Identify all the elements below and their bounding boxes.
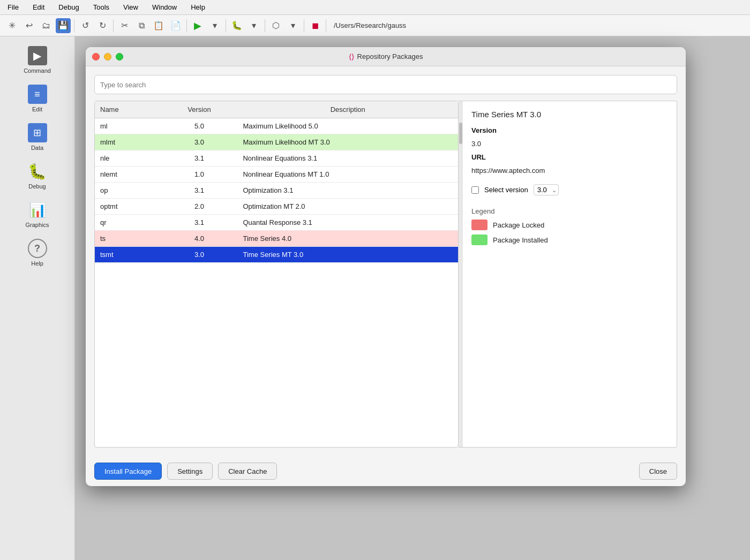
col-version: Version [161,101,237,118]
pkg-version: 3.0 [161,247,237,263]
toolbar-run-btn[interactable]: ▶ [190,18,205,33]
table-row[interactable]: tsmt3.0Time Series MT 3.0 [95,247,458,263]
sidebar-graphics-label: Graphics [25,222,49,228]
pkg-version: 3.0 [161,134,237,150]
toolbar-nav-btn[interactable]: ⬡ [268,18,283,33]
table-row[interactable]: nlemt1.0Nonlinear Equations MT 1.0 [95,167,458,183]
detail-url-value: https://www.aptech.com [471,167,668,175]
pkg-description: Optimization MT 2.0 [237,199,458,215]
toolbar-copy-btn[interactable]: ⧉ [134,18,149,33]
table-row[interactable]: ts4.0Time Series 4.0 [95,231,458,247]
data-icon: ⊞ [28,123,47,142]
detail-url-label: URL [471,153,668,161]
pkg-description: Maximum Likelihood MT 3.0 [237,134,458,150]
scrollbar-thumb[interactable] [459,123,462,144]
minimize-traffic-light[interactable] [104,53,111,60]
sidebar-item-command[interactable]: ▶ Command [8,42,67,78]
modal-title-icon: ⟨⟩ [349,52,354,61]
menu-view[interactable]: View [121,2,140,12]
sidebar-help-label: Help [31,260,43,267]
sidebar-item-data[interactable]: ⊞ Data [8,119,67,155]
command-icon: ▶ [28,46,47,65]
table-row[interactable]: mlmt3.0Maximum Likelihood MT 3.0 [95,134,458,150]
detail-version-value: 3.0 [471,140,668,148]
close-button[interactable]: Close [639,463,677,480]
toolbar-new-btn[interactable]: ✳ [4,18,19,33]
select-version-row: Select version 3.0 [471,184,668,195]
toolbar-save-btn[interactable]: 🗂 [39,18,54,33]
menu-window[interactable]: Window [150,2,179,12]
toolbar-open-btn[interactable]: ↩ [21,18,36,33]
traffic-lights [92,53,123,60]
modal-titlebar: ⟨⟩ Repository Packages [86,47,686,66]
content-area: Name Version Description ml5.0Maximum Li… [94,101,677,448]
clear-cache-button[interactable]: Clear Cache [218,463,277,480]
table-row[interactable]: nle3.1Nonlinear Equations 3.1 [95,150,458,167]
toolbar-redo-btn[interactable]: ↻ [95,18,110,33]
pkg-name: tsmt [95,247,161,263]
sidebar-item-debug[interactable]: 🐛 Debug [8,157,67,194]
menu-edit[interactable]: Edit [31,2,47,12]
menu-debug[interactable]: Debug [56,2,81,12]
toolbar-run-dropdown[interactable]: ▾ [207,18,222,33]
toolbar-sep-6 [304,19,304,32]
toolbar-cut-btn[interactable]: ✂ [117,18,132,33]
pkg-version: 2.0 [161,199,237,215]
pkg-name: mlmt [95,134,161,150]
pkg-name: ml [95,118,161,134]
legend-item-locked: Package Locked [471,220,668,230]
toolbar-paste2-btn[interactable]: 📄 [168,18,183,33]
version-select[interactable]: 3.0 [534,184,559,195]
sidebar-item-help[interactable]: ? Help [8,234,67,271]
settings-button[interactable]: Settings [167,463,213,480]
toolbar-stop-btn[interactable]: ◼ [308,18,322,33]
pkg-description: Nonlinear Equations MT 1.0 [237,167,458,183]
col-description: Description [237,101,458,118]
sidebar-command-label: Command [24,67,51,74]
toolbar-bug-dropdown[interactable]: ▾ [246,18,261,33]
detail-panel: Time Series MT 3.0 Version 3.0 URL https… [463,101,677,448]
toolbar-paste-btn[interactable]: 📋 [151,18,166,33]
help-icon: ? [28,239,47,258]
toolbar-bug-btn[interactable]: 🐛 [229,18,244,33]
pkg-name: op [95,183,161,199]
table-row[interactable]: qr3.1Quantal Response 3.1 [95,215,458,231]
toolbar: ✳ ↩ 🗂 💾 ↺ ↻ ✂ ⧉ 📋 📄 ▶ ▾ 🐛 ▾ ⬡ ▾ ◼ /Users… [0,15,750,36]
close-traffic-light[interactable] [92,53,100,60]
col-name: Name [95,101,161,118]
sidebar-data-label: Data [31,145,43,151]
sidebar-item-edit[interactable]: ≡ Edit [8,80,67,117]
pkg-name: nle [95,150,161,167]
pkg-version: 5.0 [161,118,237,134]
install-package-button[interactable]: Install Package [94,463,162,480]
search-input[interactable] [94,75,677,94]
app-window: File Edit Debug Tools View Window Help ✳… [0,0,750,560]
legend-section: Legend Package Locked Package Installed [471,207,668,249]
toolbar-sep-7 [326,19,326,32]
table-scrollbar-area [459,101,463,448]
pkg-description: Maximum Likelihood 5.0 [237,118,458,134]
menu-help[interactable]: Help [189,2,207,12]
toolbar-sep-5 [265,19,265,32]
table-row[interactable]: optmt2.0Optimization MT 2.0 [95,199,458,215]
toolbar-nav-dropdown[interactable]: ▾ [286,18,301,33]
toolbar-undo-btn[interactable]: ↺ [78,18,93,33]
table-row[interactable]: ml5.0Maximum Likelihood 5.0 [95,118,458,134]
legend-title: Legend [471,207,668,215]
legend-locked-box [471,220,488,230]
maximize-traffic-light[interactable] [116,53,123,60]
menu-tools[interactable]: Tools [91,2,111,12]
package-table-wrap: Name Version Description ml5.0Maximum Li… [94,101,459,448]
modal-overlay: ⟨⟩ Repository Packages Name [75,36,750,560]
select-version-checkbox[interactable] [471,186,479,194]
toolbar-save2-btn[interactable]: 💾 [56,18,71,33]
menu-file[interactable]: File [5,2,21,12]
sidebar-item-graphics[interactable]: 📊 Graphics [8,196,67,232]
toolbar-sep-2 [113,19,114,32]
pkg-description: Time Series MT 3.0 [237,247,458,263]
debug-icon: 🐛 [28,162,47,181]
menu-bar: File Edit Debug Tools View Window Help [0,0,750,15]
table-row[interactable]: op3.1Optimization 3.1 [95,183,458,199]
detail-version-label: Version [471,126,668,134]
toolbar-sep-1 [74,19,74,32]
